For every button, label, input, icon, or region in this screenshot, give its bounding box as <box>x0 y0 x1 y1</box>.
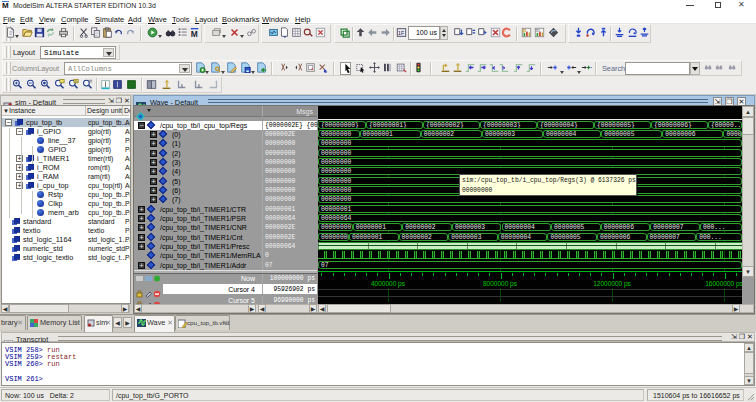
svg-text:M: M <box>191 29 198 38</box>
svg-text:1F: 1F <box>398 30 404 36</box>
